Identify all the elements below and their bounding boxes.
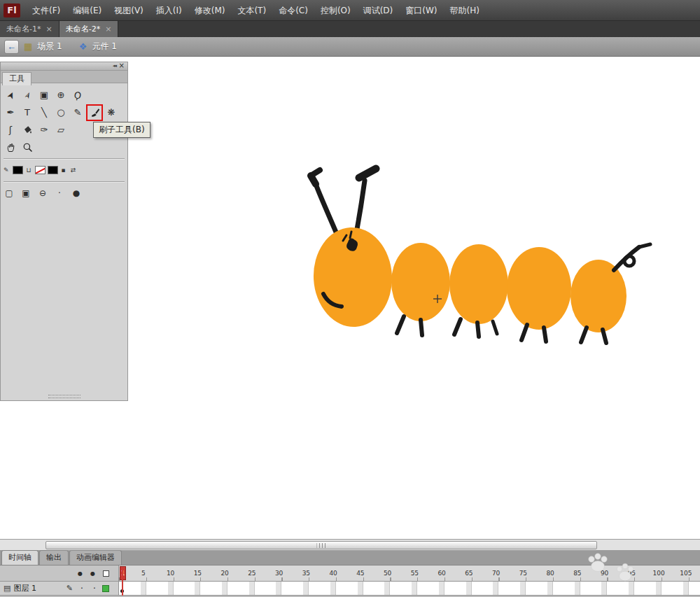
frame-number: 85 [573,570,581,577]
deco-tool[interactable]: ❋ [103,104,120,121]
stroke-color-swatch[interactable] [13,166,23,174]
text-tool[interactable]: T [19,104,36,121]
brush-size-icon[interactable]: · [51,185,68,202]
bone-tool[interactable]: ʃ [2,122,19,139]
app-logo-icon: Fl [4,3,20,17]
line-tool[interactable]: ╲ [36,104,52,121]
breadcrumb-scene[interactable]: 场景 1 [37,41,62,52]
document-tab[interactable]: 未命名-1*× [0,21,59,37]
swap-colors-icon[interactable]: ⇄ [69,167,78,174]
collapse-panel-icon[interactable]: ◂◂ [113,63,116,69]
pen-tool[interactable]: ✒ [2,104,19,121]
frame-number: 10 [167,570,174,577]
frame-number: 35 [302,570,310,577]
show-hide-all-icon[interactable]: ● [78,570,83,577]
timeline-tab-bar: 时间轴输出动画编辑器 [0,550,700,566]
menu-item[interactable]: 文本(T) [231,0,272,21]
ruler-ticks [119,577,700,581]
timeline-tab[interactable]: 时间轴 [1,550,38,565]
document-tab-bar: 未命名-1*×未命名-2*× [0,21,700,37]
layer-icon: ▤ [4,584,10,593]
layer-name[interactable]: 图层 1 [13,583,63,594]
object-drawing-icon[interactable]: ▢ [1,185,18,202]
scrollbar-grip-icon [317,543,326,548]
color-swatch-black[interactable] [48,166,58,174]
frame-number: 25 [248,570,255,577]
frame-number: 95 [628,570,636,577]
layer-visibility-dot-icon[interactable]: · [77,584,87,594]
paint-bucket-tool[interactable] [19,122,36,139]
lock-all-icon[interactable]: ● [90,570,95,577]
frame-number: 60 [438,570,445,577]
oval-tool[interactable]: ○ [52,104,69,121]
timeline-panel: 时间轴输出动画编辑器 ● ● 1 51015202530354045505560… [0,550,700,597]
frame-number: 55 [411,570,419,577]
frame-number: 70 [492,570,500,577]
tab-close-icon[interactable]: × [105,24,111,34]
frame-ruler[interactable]: 1 51015202530354045505560657075808590951… [119,566,700,581]
brush-shape-icon[interactable]: ● [68,185,85,202]
back-button[interactable]: ← [4,40,19,54]
menu-item[interactable]: 文件(F) [26,0,66,21]
frame-number: 90 [601,570,608,577]
lasso-tool[interactable]: Ϙ [68,85,88,104]
pencil-tool[interactable]: ✎ [69,104,86,121]
stroke-pencil-icon: ✎ [2,167,10,174]
playhead-line [122,567,123,596]
frame-number: 80 [546,570,554,577]
frame-number: 5 [141,570,146,577]
frame-area[interactable] [119,582,700,595]
timeline-ruler-row: ● ● 1 5101520253035404550556065707580859… [0,566,700,582]
outline-all-icon[interactable] [103,570,109,577]
layer-outline-color-swatch[interactable] [102,585,109,592]
menu-item[interactable]: 编辑(E) [66,0,108,21]
back-arrow-icon: ← [7,41,16,52]
timeline-tab[interactable]: 动画编辑器 [69,550,122,565]
brush-mode-icon[interactable]: ⊖ [34,185,51,202]
brush-tool-tooltip: 刷子工具(B) [93,122,150,138]
eyedropper-tool[interactable]: ✑ [36,122,52,139]
menu-bar: Fl 文件(F)编辑(E)视图(V)插入(I)修改(M)文本(T)命令(C)控制… [0,0,700,21]
menu-item[interactable]: 插入(I) [150,0,188,21]
zoom-tool[interactable] [19,139,36,156]
tool-rows: ➤➢▣⊕Ϙ✒T╲○✎❋ʃ✑▱ [1,83,127,156]
frame-number: 50 [384,570,391,577]
document-tab[interactable]: 未命名-2*× [59,21,119,37]
3d-rotation-tool[interactable]: ⊕ [52,87,69,104]
tab-close-icon[interactable]: × [46,24,52,34]
layer-edit-pencil-icon: ✎ [66,584,73,593]
panel-resize-grip[interactable] [48,395,80,398]
free-transform-tool[interactable]: ▣ [36,87,52,104]
fill-color-swatch[interactable] [35,166,46,174]
frame-number: 65 [465,570,472,577]
menu-item[interactable]: 视图(V) [108,0,150,21]
close-panel-icon[interactable]: × [119,62,125,69]
tools-panel: ◂◂ × 工具 ➤➢▣⊕Ϙ✒T╲○✎❋ʃ✑▱ ✎ ⊔ ▪ ⇄ ▢ ▣ ⊖ · ● [0,62,128,401]
eraser-tool[interactable]: ▱ [52,122,69,139]
menu-item[interactable]: 调试(D) [357,0,400,21]
scrollbar-thumb[interactable] [46,541,597,549]
frame-number: 45 [356,570,364,577]
frame-number: 30 [275,570,283,577]
scene-icon: ▦ [24,41,32,52]
menu-item[interactable]: 控制(O) [314,0,357,21]
symbol-icon: ❖ [79,41,88,52]
horizontal-scrollbar[interactable] [0,539,700,550]
timeline-tab[interactable]: 输出 [39,550,69,565]
menu-items: 文件(F)编辑(E)视图(V)插入(I)修改(M)文本(T)命令(C)控制(O)… [26,0,486,20]
hand-tool[interactable] [2,139,19,156]
layer-row[interactable]: ▤ 图层 1 ✎ · · [0,582,700,596]
lock-fill-icon[interactable]: ▣ [18,185,34,202]
layer-controls: ▤ 图层 1 ✎ · · [0,582,119,595]
menu-item[interactable]: 窗口(W) [399,0,443,21]
menu-item[interactable]: 命令(C) [272,0,314,21]
frame-number: 105 [680,570,692,577]
menu-item[interactable]: 修改(M) [188,0,232,21]
black-white-icon[interactable]: ▪ [60,167,67,174]
tools-panel-tabrow: 工具 [1,71,127,83]
breadcrumb-symbol[interactable]: 元件 1 [92,41,116,52]
menu-item[interactable]: 帮助(H) [444,0,486,21]
brush-tool[interactable] [86,104,103,121]
layer-lock-dot-icon[interactable]: · [90,584,99,594]
frame-number: 100 [653,570,665,577]
